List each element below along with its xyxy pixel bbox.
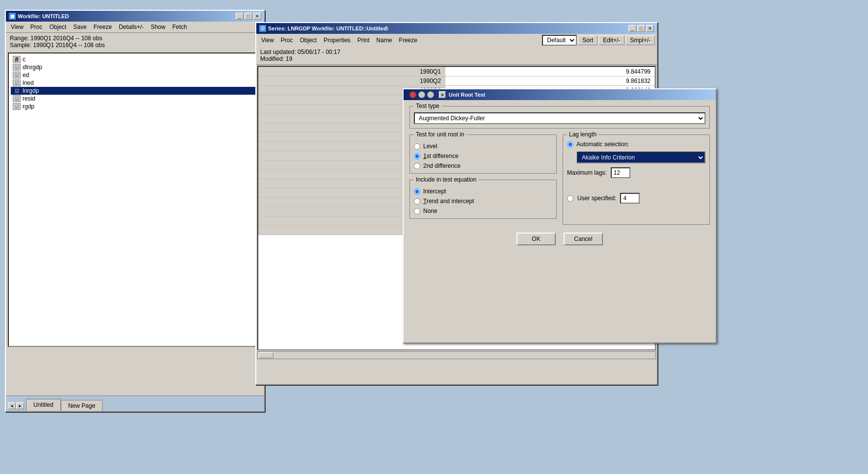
workfile-range: Range: 1990Q1 2016Q4 -- 108 obs Sample: … xyxy=(6,33,264,51)
period-cell: 1990Q2 xyxy=(259,77,445,86)
cancel-button[interactable]: Cancel xyxy=(564,233,603,245)
dialog-close-btn[interactable]: ✕ xyxy=(439,91,446,98)
workfile-title-bar[interactable]: ▦ Workfile: UNTITLED _ □ ✕ xyxy=(6,11,264,22)
tab-new-page[interactable]: New Page xyxy=(61,400,103,411)
tab-prev-btn[interactable]: ◄ xyxy=(8,402,16,409)
lag-length-group: Lag length Automatic selection: Akaike I… xyxy=(563,134,710,225)
radio-2nd-diff[interactable]: 2nd difference xyxy=(414,162,552,169)
max-lags-input[interactable] xyxy=(611,167,630,178)
workfile-close-btn[interactable]: ✕ xyxy=(253,13,261,20)
series-menu-print[interactable]: Print xyxy=(354,36,373,45)
series-icon: ☑ xyxy=(259,25,266,32)
scrollbar-thumb-h[interactable] xyxy=(259,352,273,358)
radio-level[interactable]: Level xyxy=(414,143,552,150)
variable-list[interactable]: B c ☑ dlnrgdp ☑ ed ☑ lned ☑ lnrgdp ☑ res… xyxy=(8,53,262,347)
workfile-menu-proc[interactable]: Proc xyxy=(27,23,46,31)
series-menu-name[interactable]: Name xyxy=(374,36,395,45)
auto-label: Automatic selection: xyxy=(576,141,629,148)
value-cell: 9.844799 xyxy=(445,67,655,77)
var-item-lnrgdp[interactable]: ☑ lnrgdp xyxy=(11,87,259,95)
var-label-dlnrgdp: dlnrgdp xyxy=(23,64,42,71)
radio-trend-label: Trend and intercept xyxy=(423,198,474,205)
dialog-buttons: OK Cancel xyxy=(409,233,710,245)
series-toolbar: View Proc Object Properties Print Name F… xyxy=(256,34,657,47)
radio-trend-input[interactable] xyxy=(414,198,420,205)
period-cell: 1990Q1 xyxy=(259,67,445,77)
var-item-ed[interactable]: ☑ ed xyxy=(11,71,259,79)
series-menu-freeze[interactable]: Freeze xyxy=(396,36,420,45)
tab-next-btn[interactable]: ► xyxy=(16,402,24,409)
series-maximize-btn[interactable]: □ xyxy=(637,25,645,32)
series-smpl-btn[interactable]: Smpl+/- xyxy=(625,35,655,45)
workfile-menu-view[interactable]: View xyxy=(8,23,27,31)
include-group: Include in test equation Intercept Trend… xyxy=(409,180,557,219)
test-type-select[interactable]: Augmented Dickey-Fuller Phillips-Perron … xyxy=(414,112,705,124)
workfile-menu-show[interactable]: Show xyxy=(148,23,168,31)
series-menu-proc[interactable]: Proc xyxy=(278,36,296,45)
var-label-ed: ed xyxy=(23,72,29,79)
unit-root-title-bar[interactable]: ✕ Unit Root Test xyxy=(404,89,716,100)
workfile-menu-fetch[interactable]: Fetch xyxy=(169,23,190,31)
var-icon-rgdp: ☑ xyxy=(13,103,21,110)
radio-intercept-input[interactable] xyxy=(414,188,420,195)
series-minimize-btn[interactable]: _ xyxy=(628,25,636,32)
radio-auto-input[interactable] xyxy=(567,141,573,148)
radio-trend-intercept[interactable]: Trend and intercept xyxy=(414,198,552,205)
radio-2nd-diff-label: 2nd difference xyxy=(423,162,461,169)
workfile-menu-freeze[interactable]: Freeze xyxy=(91,23,115,31)
max-lags-label: Maximum lags: xyxy=(567,169,607,176)
radio-intercept[interactable]: Intercept xyxy=(414,188,552,195)
var-label-lned: lned xyxy=(23,79,34,86)
user-specified-row: User specified: xyxy=(567,193,705,204)
workfile-menu-details[interactable]: Details+/- xyxy=(116,23,147,31)
var-item-resid[interactable]: ☑ resid xyxy=(11,95,259,103)
radio-level-input[interactable] xyxy=(414,143,420,150)
radio-intercept-label: Intercept xyxy=(423,188,446,195)
var-item-rgdp[interactable]: ☑ rgdp xyxy=(11,103,259,110)
max-lags-row: Maximum lags: xyxy=(567,167,705,178)
radio-none[interactable]: None xyxy=(414,208,552,214)
radio-1st-diff[interactable]: 1st difference xyxy=(414,153,552,159)
series-sort-btn[interactable]: Sort xyxy=(578,35,597,45)
series-menu-properties[interactable]: Properties xyxy=(321,36,353,45)
workfile-menu-save[interactable]: Save xyxy=(70,23,89,31)
series-menu-object[interactable]: Object xyxy=(297,36,320,45)
modified: Modified: 19 xyxy=(260,55,653,62)
series-close-btn[interactable]: ✕ xyxy=(646,25,654,32)
user-specified-input[interactable] xyxy=(620,193,640,204)
series-default-select[interactable]: Default xyxy=(542,35,577,46)
series-menu-view[interactable]: View xyxy=(258,36,277,45)
series-edit-btn[interactable]: Edit+/- xyxy=(598,35,624,45)
series-scrollbar-h[interactable] xyxy=(257,351,656,359)
ok-button[interactable]: OK xyxy=(516,233,556,245)
var-item-c[interactable]: B c xyxy=(11,55,259,63)
workfile-window: ▦ Workfile: UNTITLED _ □ ✕ View Proc Obj… xyxy=(5,10,265,412)
workfile-minimize-btn[interactable]: _ xyxy=(236,13,244,20)
series-title-bar[interactable]: ☑ Series: LNRGDP Workfile: UNTITLED::Unt… xyxy=(256,23,657,34)
dialog-right-col: Lag length Automatic selection: Akaike I… xyxy=(563,134,710,225)
var-item-dlnrgdp[interactable]: ☑ dlnrgdp xyxy=(11,63,259,71)
radio-none-input[interactable] xyxy=(414,208,420,214)
var-icon-c: B xyxy=(13,56,21,63)
value-cell: 9.861832 xyxy=(445,77,655,86)
radio-user-input[interactable] xyxy=(567,195,573,202)
tab-untitled[interactable]: Untitled xyxy=(26,399,61,411)
var-item-lned[interactable]: ☑ lned xyxy=(11,79,259,87)
traffic-green-btn[interactable] xyxy=(427,91,434,98)
dialog-body: Test type Augmented Dickey-Fuller Philli… xyxy=(404,100,716,251)
traffic-yellow-btn[interactable] xyxy=(418,91,425,98)
radio-2nd-diff-input[interactable] xyxy=(414,163,420,169)
traffic-lights xyxy=(407,90,436,99)
dialog-columns: Test for unit root in Level 1st differen… xyxy=(409,134,710,225)
radio-1st-diff-label: 1st difference xyxy=(423,153,459,159)
last-updated: Last updated: 05/06/17 - 00:17 xyxy=(260,49,653,55)
radio-1st-diff-input[interactable] xyxy=(414,153,420,159)
var-label-lnrgdp: lnrgdp xyxy=(23,87,39,94)
dialog-left-col: Test for unit root in Level 1st differen… xyxy=(409,134,557,225)
auto-criterion-select[interactable]: Akaike Info Criterion Schwarz Info Crite… xyxy=(577,152,705,163)
workfile-maximize-btn[interactable]: □ xyxy=(244,13,252,20)
var-icon-dlnrgdp: ☑ xyxy=(13,64,21,71)
workfile-icon: ▦ xyxy=(9,13,16,20)
traffic-red-btn[interactable] xyxy=(409,91,416,98)
workfile-menu-object[interactable]: Object xyxy=(46,23,69,31)
